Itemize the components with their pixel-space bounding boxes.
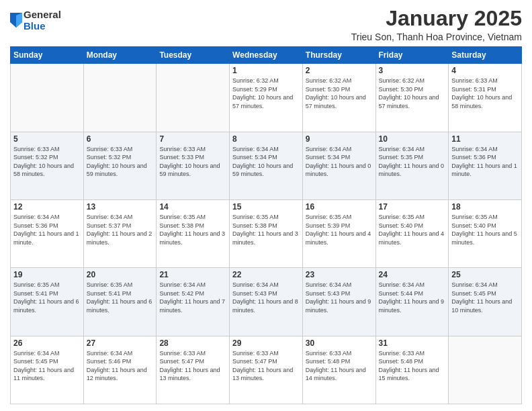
day-number: 18 [451, 202, 519, 212]
logo-blue-text: Blue [24, 21, 61, 32]
day-number: 5 [13, 134, 81, 144]
day-info: Sunrise: 6:34 AMSunset: 5:34 PMDaylight:… [306, 145, 373, 179]
day-info: Sunrise: 6:35 AMSunset: 5:40 PMDaylight:… [379, 213, 446, 246]
calendar-cell [449, 336, 522, 404]
day-info: Sunrise: 6:33 AMSunset: 5:47 PMDaylight:… [159, 349, 226, 383]
day-number: 15 [232, 202, 300, 212]
calendar-cell [83, 64, 157, 132]
day-number: 29 [232, 338, 300, 348]
day-number: 24 [379, 270, 446, 279]
calendar-week-1: 1Sunrise: 6:32 AMSunset: 5:29 PMDaylight… [11, 64, 522, 132]
day-number: 17 [379, 202, 446, 212]
calendar-cell: 27Sunrise: 6:34 AMSunset: 5:46 PMDayligh… [83, 336, 157, 404]
day-number: 19 [13, 270, 81, 279]
header-monday: Monday [83, 47, 157, 64]
location-title: Trieu Son, Thanh Hoa Province, Vietnam [351, 32, 522, 42]
calendar-cell: 29Sunrise: 6:33 AMSunset: 5:47 PMDayligh… [230, 336, 303, 404]
page: General Blue January 2025 Trieu Son, Tha… [0, 0, 532, 411]
calendar-header-row: Sunday Monday Tuesday Wednesday Thursday… [11, 47, 522, 64]
day-info: Sunrise: 6:33 AMSunset: 5:48 PMDaylight:… [379, 349, 446, 383]
calendar-week-2: 5Sunrise: 6:33 AMSunset: 5:32 PMDaylight… [11, 132, 522, 199]
day-info: Sunrise: 6:33 AMSunset: 5:47 PMDaylight:… [232, 349, 300, 383]
header-saturday: Saturday [449, 47, 522, 64]
calendar-cell: 2Sunrise: 6:32 AMSunset: 5:30 PMDaylight… [302, 64, 375, 132]
day-number: 12 [13, 202, 81, 212]
day-info: Sunrise: 6:34 AMSunset: 5:45 PMDaylight:… [13, 349, 81, 383]
month-title: January 2025 [351, 7, 522, 30]
calendar-cell: 28Sunrise: 6:33 AMSunset: 5:47 PMDayligh… [157, 336, 230, 404]
calendar-week-3: 12Sunrise: 6:34 AMSunset: 5:36 PMDayligh… [11, 199, 522, 267]
header-thursday: Thursday [302, 47, 375, 64]
calendar-week-4: 19Sunrise: 6:35 AMSunset: 5:41 PMDayligh… [11, 268, 522, 336]
logo: General Blue [10, 9, 61, 32]
day-info: Sunrise: 6:34 AMSunset: 5:36 PMDaylight:… [451, 145, 519, 179]
logo-icon [10, 13, 22, 28]
day-info: Sunrise: 6:35 AMSunset: 5:38 PMDaylight:… [159, 213, 226, 246]
day-number: 1 [232, 66, 300, 75]
calendar-cell: 25Sunrise: 6:34 AMSunset: 5:45 PMDayligh… [449, 268, 522, 336]
calendar-table: Sunday Monday Tuesday Wednesday Thursday… [10, 46, 522, 404]
calendar-cell: 31Sunrise: 6:33 AMSunset: 5:48 PMDayligh… [375, 336, 449, 404]
calendar-cell: 6Sunrise: 6:33 AMSunset: 5:32 PMDaylight… [83, 132, 157, 199]
day-info: Sunrise: 6:34 AMSunset: 5:43 PMDaylight:… [306, 281, 373, 314]
day-number: 14 [159, 202, 226, 212]
calendar-cell: 30Sunrise: 6:33 AMSunset: 5:48 PMDayligh… [302, 336, 375, 404]
day-number: 8 [232, 134, 300, 144]
day-number: 11 [451, 134, 519, 144]
calendar-cell: 11Sunrise: 6:34 AMSunset: 5:36 PMDayligh… [449, 132, 522, 199]
day-number: 22 [232, 270, 300, 279]
day-info: Sunrise: 6:34 AMSunset: 5:44 PMDaylight:… [379, 281, 446, 314]
day-info: Sunrise: 6:35 AMSunset: 5:40 PMDaylight:… [451, 213, 519, 246]
day-info: Sunrise: 6:34 AMSunset: 5:35 PMDaylight:… [379, 145, 446, 179]
day-info: Sunrise: 6:35 AMSunset: 5:41 PMDaylight:… [87, 281, 154, 314]
day-number: 25 [451, 270, 519, 279]
calendar-cell: 21Sunrise: 6:34 AMSunset: 5:42 PMDayligh… [157, 268, 230, 336]
title-block: January 2025 Trieu Son, Thanh Hoa Provin… [351, 7, 522, 42]
day-info: Sunrise: 6:33 AMSunset: 5:48 PMDaylight:… [306, 349, 373, 383]
calendar-cell: 3Sunrise: 6:32 AMSunset: 5:30 PMDaylight… [375, 64, 449, 132]
calendar-cell [157, 64, 230, 132]
day-number: 13 [87, 202, 154, 212]
header-sunday: Sunday [11, 47, 84, 64]
day-number: 20 [87, 270, 154, 279]
day-number: 16 [306, 202, 373, 212]
day-number: 26 [13, 338, 81, 348]
calendar-cell: 1Sunrise: 6:32 AMSunset: 5:29 PMDaylight… [230, 64, 303, 132]
day-info: Sunrise: 6:32 AMSunset: 5:30 PMDaylight:… [379, 77, 446, 110]
calendar-cell: 5Sunrise: 6:33 AMSunset: 5:32 PMDaylight… [11, 132, 84, 199]
calendar-cell: 7Sunrise: 6:33 AMSunset: 5:33 PMDaylight… [157, 132, 230, 199]
calendar-cell: 14Sunrise: 6:35 AMSunset: 5:38 PMDayligh… [157, 199, 230, 267]
day-number: 4 [451, 66, 519, 75]
day-info: Sunrise: 6:33 AMSunset: 5:32 PMDaylight:… [13, 145, 81, 179]
day-number: 2 [306, 66, 373, 75]
day-info: Sunrise: 6:35 AMSunset: 5:39 PMDaylight:… [306, 213, 373, 246]
day-info: Sunrise: 6:34 AMSunset: 5:34 PMDaylight:… [232, 145, 300, 179]
calendar-cell: 24Sunrise: 6:34 AMSunset: 5:44 PMDayligh… [375, 268, 449, 336]
day-info: Sunrise: 6:32 AMSunset: 5:29 PMDaylight:… [232, 77, 300, 110]
calendar-cell: 19Sunrise: 6:35 AMSunset: 5:41 PMDayligh… [11, 268, 84, 336]
header-tuesday: Tuesday [157, 47, 230, 64]
logo-text: General Blue [24, 9, 61, 32]
day-number: 27 [87, 338, 154, 348]
day-number: 3 [379, 66, 446, 75]
day-info: Sunrise: 6:34 AMSunset: 5:45 PMDaylight:… [451, 281, 519, 314]
calendar-cell: 12Sunrise: 6:34 AMSunset: 5:36 PMDayligh… [11, 199, 84, 267]
calendar-cell: 13Sunrise: 6:34 AMSunset: 5:37 PMDayligh… [83, 199, 157, 267]
calendar-cell: 16Sunrise: 6:35 AMSunset: 5:39 PMDayligh… [302, 199, 375, 267]
calendar-cell: 22Sunrise: 6:34 AMSunset: 5:43 PMDayligh… [230, 268, 303, 336]
day-info: Sunrise: 6:33 AMSunset: 5:32 PMDaylight:… [87, 145, 154, 179]
day-number: 10 [379, 134, 446, 144]
calendar-cell: 10Sunrise: 6:34 AMSunset: 5:35 PMDayligh… [375, 132, 449, 199]
day-info: Sunrise: 6:35 AMSunset: 5:38 PMDaylight:… [232, 213, 300, 246]
calendar-cell: 9Sunrise: 6:34 AMSunset: 5:34 PMDaylight… [302, 132, 375, 199]
calendar-cell: 26Sunrise: 6:34 AMSunset: 5:45 PMDayligh… [11, 336, 84, 404]
header-friday: Friday [375, 47, 449, 64]
calendar-week-5: 26Sunrise: 6:34 AMSunset: 5:45 PMDayligh… [11, 336, 522, 404]
day-info: Sunrise: 6:34 AMSunset: 5:36 PMDaylight:… [13, 213, 81, 246]
calendar-cell: 15Sunrise: 6:35 AMSunset: 5:38 PMDayligh… [230, 199, 303, 267]
day-number: 7 [159, 134, 226, 144]
logo-general-text: General [24, 9, 61, 21]
day-info: Sunrise: 6:33 AMSunset: 5:33 PMDaylight:… [159, 145, 226, 179]
calendar-cell: 20Sunrise: 6:35 AMSunset: 5:41 PMDayligh… [83, 268, 157, 336]
day-info: Sunrise: 6:32 AMSunset: 5:30 PMDaylight:… [306, 77, 373, 110]
